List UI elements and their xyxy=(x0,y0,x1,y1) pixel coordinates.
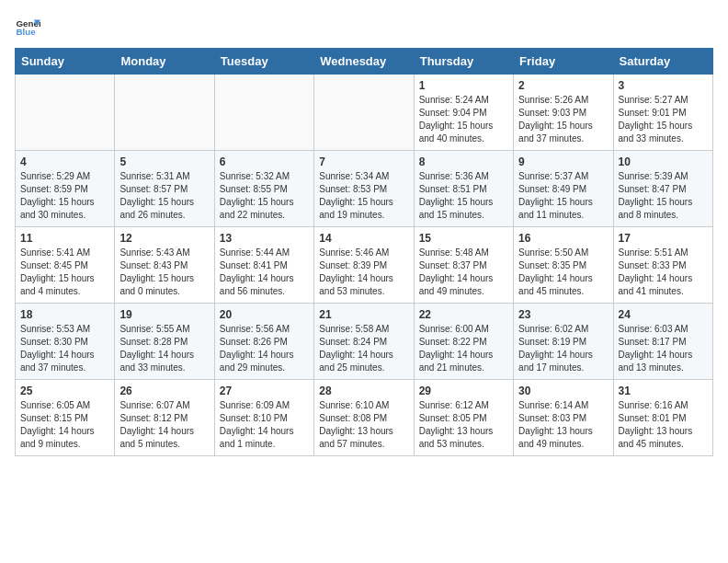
day-info: Sunrise: 6:10 AM Sunset: 8:08 PM Dayligh… xyxy=(319,399,408,451)
day-info: Sunrise: 5:43 AM Sunset: 8:43 PM Dayligh… xyxy=(119,247,209,298)
calendar-cell: 3Sunrise: 5:27 AM Sunset: 9:01 PM Daylig… xyxy=(613,75,712,151)
calendar-cell: 6Sunrise: 5:32 AM Sunset: 8:55 PM Daylig… xyxy=(214,151,313,227)
day-number: 25 xyxy=(20,385,109,397)
day-number: 21 xyxy=(319,308,408,321)
day-info: Sunrise: 5:31 AM Sunset: 8:57 PM Dayligh… xyxy=(119,170,209,222)
day-info: Sunrise: 5:27 AM Sunset: 9:01 PM Dayligh… xyxy=(619,94,708,145)
calendar-cell: 28Sunrise: 6:10 AM Sunset: 8:08 PM Dayli… xyxy=(314,380,414,456)
calendar-cell: 26Sunrise: 6:07 AM Sunset: 8:12 PM Dayli… xyxy=(115,380,214,456)
day-number: 10 xyxy=(619,155,708,168)
day-number: 19 xyxy=(119,308,209,321)
calendar-cell: 17Sunrise: 5:51 AM Sunset: 8:33 PM Dayli… xyxy=(613,227,712,304)
day-number: 15 xyxy=(419,232,508,245)
col-header-thursday: Thursday xyxy=(414,49,513,75)
calendar-week-2: 4Sunrise: 5:29 AM Sunset: 8:59 PM Daylig… xyxy=(16,151,713,227)
calendar-cell: 12Sunrise: 5:43 AM Sunset: 8:43 PM Dayli… xyxy=(115,227,214,304)
calendar-cell: 7Sunrise: 5:34 AM Sunset: 8:53 PM Daylig… xyxy=(314,151,414,227)
col-header-friday: Friday xyxy=(514,49,613,75)
calendar-cell: 25Sunrise: 6:05 AM Sunset: 8:15 PM Dayli… xyxy=(16,380,115,456)
day-info: Sunrise: 5:50 AM Sunset: 8:35 PM Dayligh… xyxy=(518,247,608,298)
day-info: Sunrise: 5:48 AM Sunset: 8:37 PM Dayligh… xyxy=(419,247,508,298)
header: General Blue xyxy=(15,15,713,40)
day-number: 22 xyxy=(419,308,508,321)
col-header-sunday: Sunday xyxy=(16,49,115,75)
day-info: Sunrise: 5:32 AM Sunset: 8:55 PM Dayligh… xyxy=(220,170,309,222)
calendar-cell xyxy=(16,75,115,151)
calendar-cell xyxy=(214,75,313,151)
day-number: 30 xyxy=(518,385,608,397)
calendar-cell: 5Sunrise: 5:31 AM Sunset: 8:57 PM Daylig… xyxy=(115,151,214,227)
calendar-cell: 13Sunrise: 5:44 AM Sunset: 8:41 PM Dayli… xyxy=(214,227,313,304)
day-info: Sunrise: 5:55 AM Sunset: 8:28 PM Dayligh… xyxy=(119,323,209,374)
calendar-cell: 9Sunrise: 5:37 AM Sunset: 8:49 PM Daylig… xyxy=(514,151,613,227)
day-info: Sunrise: 5:36 AM Sunset: 8:51 PM Dayligh… xyxy=(419,170,508,222)
day-number: 27 xyxy=(220,385,309,397)
day-number: 11 xyxy=(20,232,109,245)
calendar-cell: 8Sunrise: 5:36 AM Sunset: 8:51 PM Daylig… xyxy=(414,151,513,227)
calendar-cell: 1Sunrise: 5:24 AM Sunset: 9:04 PM Daylig… xyxy=(414,75,513,151)
day-info: Sunrise: 6:02 AM Sunset: 8:19 PM Dayligh… xyxy=(518,323,608,374)
calendar-cell: 16Sunrise: 5:50 AM Sunset: 8:35 PM Dayli… xyxy=(514,227,613,304)
day-info: Sunrise: 5:58 AM Sunset: 8:24 PM Dayligh… xyxy=(319,323,408,374)
calendar-cell xyxy=(314,75,414,151)
day-number: 23 xyxy=(518,308,608,321)
day-number: 9 xyxy=(518,155,608,168)
day-info: Sunrise: 5:41 AM Sunset: 8:45 PM Dayligh… xyxy=(20,247,109,298)
calendar-cell: 29Sunrise: 6:12 AM Sunset: 8:05 PM Dayli… xyxy=(414,380,513,456)
day-number: 18 xyxy=(20,308,109,321)
calendar-week-1: 1Sunrise: 5:24 AM Sunset: 9:04 PM Daylig… xyxy=(16,75,713,151)
day-info: Sunrise: 5:26 AM Sunset: 9:03 PM Dayligh… xyxy=(518,94,608,145)
day-info: Sunrise: 5:46 AM Sunset: 8:39 PM Dayligh… xyxy=(319,247,408,298)
calendar-week-4: 18Sunrise: 5:53 AM Sunset: 8:30 PM Dayli… xyxy=(16,304,713,380)
day-info: Sunrise: 5:51 AM Sunset: 8:33 PM Dayligh… xyxy=(619,247,708,298)
calendar-cell: 24Sunrise: 6:03 AM Sunset: 8:17 PM Dayli… xyxy=(613,304,712,380)
day-info: Sunrise: 6:05 AM Sunset: 8:15 PM Dayligh… xyxy=(20,399,109,451)
day-info: Sunrise: 6:00 AM Sunset: 8:22 PM Dayligh… xyxy=(419,323,508,374)
day-number: 8 xyxy=(419,155,508,168)
calendar-cell: 18Sunrise: 5:53 AM Sunset: 8:30 PM Dayli… xyxy=(16,304,115,380)
day-number: 7 xyxy=(319,155,408,168)
day-info: Sunrise: 5:39 AM Sunset: 8:47 PM Dayligh… xyxy=(619,170,708,222)
day-number: 16 xyxy=(518,232,608,245)
logo: General Blue xyxy=(15,15,40,40)
svg-text:Blue: Blue xyxy=(16,27,36,37)
calendar-cell: 23Sunrise: 6:02 AM Sunset: 8:19 PM Dayli… xyxy=(514,304,613,380)
day-info: Sunrise: 5:24 AM Sunset: 9:04 PM Dayligh… xyxy=(419,94,508,145)
day-info: Sunrise: 5:53 AM Sunset: 8:30 PM Dayligh… xyxy=(20,323,109,374)
day-number: 3 xyxy=(619,79,708,92)
day-number: 24 xyxy=(619,308,708,321)
day-info: Sunrise: 6:03 AM Sunset: 8:17 PM Dayligh… xyxy=(619,323,708,374)
day-number: 29 xyxy=(419,385,508,397)
calendar-cell: 2Sunrise: 5:26 AM Sunset: 9:03 PM Daylig… xyxy=(514,75,613,151)
col-header-tuesday: Tuesday xyxy=(214,49,313,75)
day-number: 13 xyxy=(220,232,309,245)
calendar-cell: 19Sunrise: 5:55 AM Sunset: 8:28 PM Dayli… xyxy=(115,304,214,380)
day-info: Sunrise: 5:37 AM Sunset: 8:49 PM Dayligh… xyxy=(518,170,608,222)
day-info: Sunrise: 5:44 AM Sunset: 8:41 PM Dayligh… xyxy=(220,247,309,298)
day-number: 20 xyxy=(220,308,309,321)
day-info: Sunrise: 5:29 AM Sunset: 8:59 PM Dayligh… xyxy=(20,170,109,222)
calendar-cell: 10Sunrise: 5:39 AM Sunset: 8:47 PM Dayli… xyxy=(613,151,712,227)
calendar-week-5: 25Sunrise: 6:05 AM Sunset: 8:15 PM Dayli… xyxy=(16,380,713,456)
day-number: 28 xyxy=(319,385,408,397)
day-info: Sunrise: 6:14 AM Sunset: 8:03 PM Dayligh… xyxy=(518,399,608,451)
calendar-header-row: SundayMondayTuesdayWednesdayThursdayFrid… xyxy=(16,49,713,75)
day-number: 17 xyxy=(619,232,708,245)
col-header-wednesday: Wednesday xyxy=(314,49,414,75)
calendar-cell: 4Sunrise: 5:29 AM Sunset: 8:59 PM Daylig… xyxy=(16,151,115,227)
col-header-monday: Monday xyxy=(115,49,214,75)
calendar-week-3: 11Sunrise: 5:41 AM Sunset: 8:45 PM Dayli… xyxy=(16,227,713,304)
day-number: 6 xyxy=(220,155,309,168)
col-header-saturday: Saturday xyxy=(613,49,712,75)
day-info: Sunrise: 5:34 AM Sunset: 8:53 PM Dayligh… xyxy=(319,170,408,222)
day-info: Sunrise: 6:12 AM Sunset: 8:05 PM Dayligh… xyxy=(419,399,508,451)
calendar-cell: 27Sunrise: 6:09 AM Sunset: 8:10 PM Dayli… xyxy=(214,380,313,456)
calendar-cell: 22Sunrise: 6:00 AM Sunset: 8:22 PM Dayli… xyxy=(414,304,513,380)
day-info: Sunrise: 5:56 AM Sunset: 8:26 PM Dayligh… xyxy=(220,323,309,374)
calendar-cell: 30Sunrise: 6:14 AM Sunset: 8:03 PM Dayli… xyxy=(514,380,613,456)
day-info: Sunrise: 6:09 AM Sunset: 8:10 PM Dayligh… xyxy=(220,399,309,451)
calendar-cell: 14Sunrise: 5:46 AM Sunset: 8:39 PM Dayli… xyxy=(314,227,414,304)
calendar-cell: 20Sunrise: 5:56 AM Sunset: 8:26 PM Dayli… xyxy=(214,304,313,380)
day-number: 26 xyxy=(119,385,209,397)
day-info: Sunrise: 6:16 AM Sunset: 8:01 PM Dayligh… xyxy=(619,399,708,451)
